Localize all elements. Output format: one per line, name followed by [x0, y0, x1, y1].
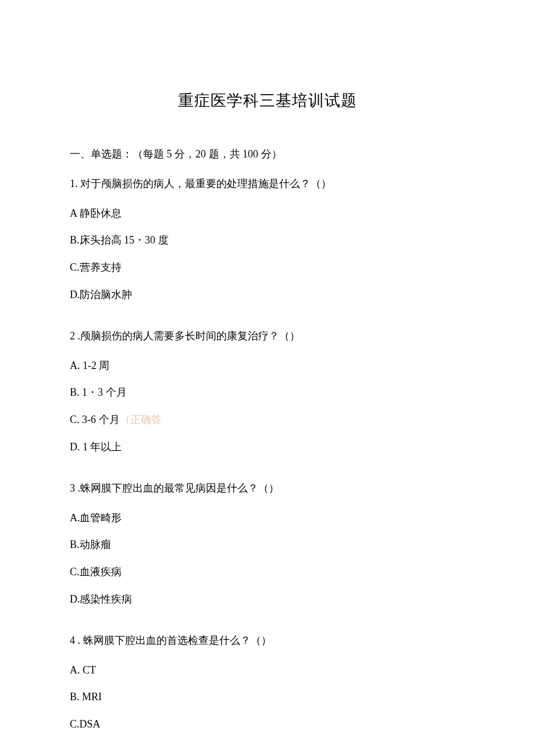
- question-4-option-c: C.DSA: [70, 716, 465, 733]
- question-3-block: 3 .蛛网膜下腔出血的最常见病因是什么？（） A.血管畸形 B.动脉瘤 C.血液…: [70, 480, 465, 608]
- question-2-option-c: C. 3-6 个月（正确答: [70, 411, 465, 428]
- document-title: 重症医学科三基培训试题: [70, 90, 465, 111]
- question-2-option-d: D. 1 年以上: [70, 439, 465, 456]
- question-1-option-a: A 静卧休息: [70, 205, 465, 222]
- question-1-option-c: C.营养支持: [70, 259, 465, 276]
- question-3-option-d: D.感染性疾病: [70, 591, 465, 608]
- question-3-option-b: B.动脉瘤: [70, 536, 465, 553]
- question-4-block: 4 . 蛛网膜下腔出血的首选检查是什么？（） A. CT B. MRI C.DS…: [70, 632, 465, 733]
- question-3-option-a: A.血管畸形: [70, 510, 465, 526]
- question-1-option-d: D.防治脑水肿: [70, 286, 465, 303]
- question-3-option-c: C.血液疾病: [70, 564, 465, 581]
- section-header: 一、单选题：（每题 5 分，20 题，共 100 分）: [70, 146, 465, 163]
- question-4-option-a: A. CT: [70, 662, 465, 679]
- question-2-block: 2 .颅脑损伤的病人需要多长时间的康复治疗？（） A. 1-2 周 B. 1・3…: [70, 328, 465, 456]
- question-4-text: 4 . 蛛网膜下腔出血的首选检查是什么？（）: [70, 632, 465, 649]
- question-2-text: 2 .颅脑损伤的病人需要多长时间的康复治疗？（）: [70, 328, 465, 345]
- question-1-block: 1. 对于颅脑损伤的病人，最重要的处理措施是什么？（） A 静卧休息 B.床头抬…: [70, 175, 465, 303]
- question-1-option-b: B.床头抬高 15・30 度: [70, 232, 465, 249]
- question-2-answer-note: （正确答: [120, 414, 162, 425]
- question-3-text: 3 .蛛网膜下腔出血的最常见病因是什么？（）: [70, 480, 465, 497]
- question-4-option-b: B. MRI: [70, 689, 465, 705]
- question-1-text: 1. 对于颅脑损伤的病人，最重要的处理措施是什么？（）: [70, 175, 465, 192]
- question-2-option-b: B. 1・3 个月: [70, 384, 465, 401]
- question-2-option-a: A. 1-2 周: [70, 357, 465, 374]
- question-2-option-c-prefix: C. 3-6 个月: [70, 414, 120, 425]
